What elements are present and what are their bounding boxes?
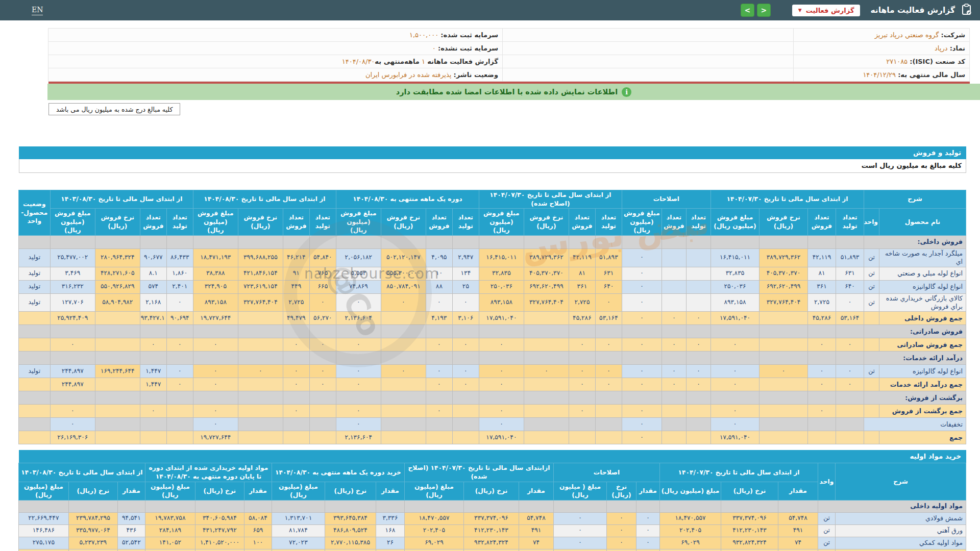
value-cell: ۵۴,۸۴۰ (309, 248, 336, 267)
value-cell (325, 500, 376, 512)
value-cell: تن (818, 512, 836, 524)
column-subheader: نرخ فروش (ریال) (381, 209, 426, 236)
value-cell: ۵۱,۸۹۳ (595, 248, 622, 267)
column-subheader: مبلغ فروش (میلیون ریال) (710, 209, 759, 236)
value-cell (452, 391, 479, 405)
value-cell (452, 352, 479, 365)
million-rial-subtitle-row: کلیه مبالغ به میلیون ریال است (19, 159, 966, 173)
value-cell: ۰ (836, 365, 864, 378)
column-subheader: مبلغ (میلیون ریال) (18, 482, 68, 500)
issuer-status-label: وضعیت ناشر: (454, 71, 498, 79)
value-cell: ۲۸۰,۹۶۴,۳۲۴ (95, 248, 140, 267)
value-cell: ۰ (283, 365, 309, 378)
value-cell (452, 405, 479, 418)
prev-report-button[interactable]: < (741, 4, 754, 17)
value-cell: ۲۰۲,۴۰۵ (404, 524, 463, 537)
value-cell: ۰ (569, 338, 595, 352)
value-cell: ۳۲,۸۳۵ (479, 267, 524, 280)
unregistered-capital-label: سرمایه ثبت نشده: (438, 44, 498, 52)
report-body: تولید و فروش کلیه مبالغ به میلیون ریال ا… (19, 146, 966, 551)
value-cell: ۵۵۵,۳۰۰,۰۰۰ (381, 267, 426, 280)
row-label-cell: درآمد ارائه خدمات: (864, 352, 966, 365)
value-cell: ۳۶۱ (807, 280, 836, 293)
value-cell: ۰ (166, 338, 193, 352)
info-row: سال مالی منتهی به: ۱۴۰۴/۱۲/۲۹ وضعیت ناشر… (48, 68, 970, 82)
value-cell: ۵,۵۵۳ (336, 267, 381, 280)
info-row: شرکت: گروه صنعتي درپاد تبريز سرمایه ثبت … (48, 29, 970, 42)
column-subheader: مبلغ ( میلیون ریال) (553, 482, 606, 500)
value-cell: ۰ (50, 418, 95, 431)
value-cell: ۰ (244, 549, 272, 551)
value-cell: ۵۳,۱۶۴ (836, 312, 864, 325)
row-label-cell: ورق آهني (836, 524, 966, 537)
column-subheader: مقدار (244, 482, 272, 500)
value-cell: ۴,۰۹۵ (426, 248, 452, 267)
value-cell (166, 418, 193, 431)
value-cell: ۰ (479, 378, 524, 391)
value-cell: ۰ (662, 312, 686, 325)
value-cell (759, 312, 807, 325)
row-label-cell: فروش داخلی: (864, 235, 966, 248)
next-report-button[interactable]: > (757, 4, 771, 17)
value-cell: ۵,۲۳۷,۲۳۹ (68, 537, 117, 549)
value-cell: ۱۶۸ (376, 524, 404, 537)
value-cell: ۱۷,۵۹۱,۰۴۰ (479, 312, 524, 325)
value-cell (759, 405, 807, 418)
row-label-cell: مواد اولیه کمکي (836, 537, 966, 549)
value-cell (50, 235, 95, 248)
value-cell (68, 500, 117, 512)
column-subheader: مبلغ (میلیون ریال) (272, 482, 325, 500)
value-cell (381, 235, 426, 248)
value-cell: ۱۶,۴۱۵,۰۱۱ (479, 248, 524, 267)
row-label-cell: جمع (879, 431, 966, 444)
value-cell: ۰ (686, 378, 710, 391)
column-subheader: واحد (864, 209, 879, 236)
value-cell (283, 352, 309, 365)
value-cell: ۴۱۲,۲۳۰,۱۴۳ (463, 524, 519, 537)
top-bar-right-group: گزارش فعالیت ماهانه گزارش فعالیت ▼ < > (741, 4, 972, 17)
value-cell (166, 391, 193, 405)
section-row: درآمد ارائه خدمات: (18, 352, 966, 365)
value-cell (18, 431, 50, 444)
value-cell (336, 235, 381, 248)
value-cell: تن (818, 537, 836, 549)
value-cell: ۶۴۰ (595, 280, 622, 293)
value-cell (376, 500, 404, 512)
value-cell: ۰ (283, 338, 309, 352)
value-cell: ۰ (193, 338, 238, 352)
value-cell: ۷۴ (519, 537, 553, 549)
value-cell: ۰ (283, 405, 309, 418)
language-toggle-en[interactable]: EN (32, 6, 43, 15)
value-cell (244, 500, 272, 512)
value-cell: ۰ (524, 365, 569, 378)
value-cell: ۰ (426, 293, 452, 312)
registered-capital-cell: سرمایه ثبت شده: ۱,۵۰۰,۰۰۰ (48, 29, 503, 42)
value-cell: ۹۱ (283, 267, 309, 280)
column-group-header: اصلاحات (553, 463, 659, 482)
value-cell: ۰ (807, 365, 836, 378)
report-period-label: گزارش فعالیت ماهانه (427, 58, 498, 65)
value-cell: ۰ (381, 293, 426, 312)
value-cell: ۰ (595, 365, 622, 378)
value-cell: ۲۳,۰۹۱,۱۰۸ (18, 549, 68, 551)
table-row: جمع برگشت از فروش۰۰۰۰۰۰۰۰۰۰۰ (18, 405, 966, 418)
million-rial-note-button[interactable]: کلیه مبالغ درج شده به میلیون ریال می باش… (48, 103, 180, 115)
value-cell: ۳۲۷,۷۶۴,۴۰۴ (238, 293, 283, 312)
report-type-dropdown[interactable]: گزارش فعالیت ▼ (792, 5, 861, 16)
section-row: فروش صادراتی: (18, 325, 966, 338)
value-cell (95, 391, 140, 405)
value-cell (95, 431, 140, 444)
value-cell: ۳۲۷,۷۶۴,۴۰۴ (524, 293, 569, 312)
value-cell: ۲,۱۳۶,۶۰۴ (336, 312, 381, 325)
value-cell (426, 418, 452, 431)
value-cell (238, 431, 283, 444)
report-period-months: ۱ (422, 58, 425, 65)
value-cell: ۰ (426, 365, 452, 378)
value-cell: ۲۸۴,۱۸۹ (145, 524, 195, 537)
column-group-header: از ابتدای سال مالی تا تاریخ ۱۴۰۴/۰۷/۳۰ (… (479, 190, 622, 209)
value-cell (606, 500, 636, 512)
value-cell: تولید (18, 267, 50, 280)
value-cell: ۴۱۲,۲۳۰,۱۴۳ (721, 524, 778, 537)
value-cell: ۹۳۲,۸۲۴,۳۲۴ (721, 537, 778, 549)
value-cell: ۰ (686, 365, 710, 378)
